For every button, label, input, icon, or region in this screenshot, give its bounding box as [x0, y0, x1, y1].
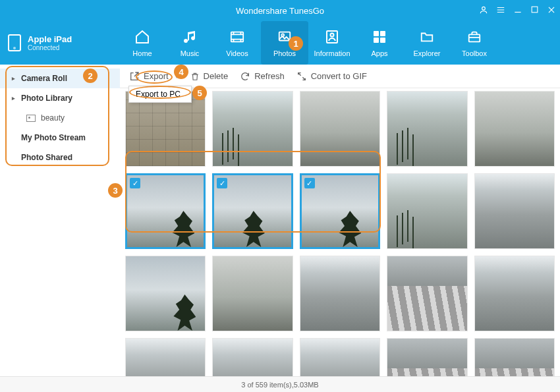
sidebar-label: My Photo Stream: [21, 133, 86, 142]
checkmark-icon: ✓: [217, 178, 227, 188]
caret-icon: ▸: [12, 75, 16, 82]
nav-tabs: Home Music Videos Photos Information App…: [119, 21, 498, 65]
sidebar-item-beauty[interactable]: beauty: [0, 108, 120, 128]
svg-point-6: [331, 34, 334, 37]
photo-thumb[interactable]: [474, 338, 555, 376]
tab-music[interactable]: Music: [166, 21, 213, 65]
tab-information[interactable]: Information: [308, 21, 356, 65]
sidebar: ▸ Camera Roll ▸ Photo Library beauty My …: [0, 65, 120, 376]
navbar: Apple iPad Connected Home Music Videos P…: [0, 21, 560, 65]
tab-apps[interactable]: Apps: [356, 21, 403, 65]
photo-thumb[interactable]: [387, 256, 467, 331]
sidebar-label: Photo Shared: [21, 153, 72, 162]
device-status: Connected: [28, 44, 72, 51]
svg-rect-9: [374, 38, 379, 43]
callout-5: 5: [192, 86, 207, 100]
refresh-button[interactable]: Refresh: [240, 71, 285, 82]
titlebar: Wondershare TunesGo: [0, 0, 560, 21]
svg-rect-1: [532, 7, 538, 13]
photo-thumb[interactable]: [212, 256, 293, 331]
tablet-icon: [8, 34, 21, 51]
content-area: Export ▾ Delete Refresh Convert to GIF: [120, 65, 560, 376]
music-icon: [180, 28, 200, 45]
tab-home-label: Home: [132, 49, 152, 57]
checkmark-icon: ✓: [304, 178, 315, 188]
toolbox-icon: [464, 28, 484, 45]
video-icon: [227, 28, 247, 45]
window-controls: [479, 0, 556, 21]
tab-explorer-label: Explorer: [414, 49, 441, 57]
photo-thumb[interactable]: [212, 91, 293, 167]
photo-thumb[interactable]: [212, 338, 293, 376]
tab-information-label: Information: [314, 49, 350, 57]
photo-thumb[interactable]: [474, 256, 555, 331]
svg-rect-8: [380, 31, 385, 36]
tab-toolbox[interactable]: Toolbox: [451, 21, 498, 65]
sidebar-item-photo-library[interactable]: ▸ Photo Library: [0, 88, 120, 108]
sidebar-label: Camera Roll: [21, 74, 67, 83]
convert-gif-button[interactable]: Convert to GIF: [296, 71, 367, 82]
tab-explorer[interactable]: Explorer: [403, 21, 451, 65]
folder-icon: [417, 28, 437, 45]
home-icon: [132, 28, 152, 45]
contact-icon: [322, 28, 342, 45]
menu-icon[interactable]: [496, 5, 505, 16]
sidebar-item-my-photo-stream[interactable]: My Photo Stream: [0, 128, 120, 148]
refresh-label: Refresh: [254, 71, 285, 81]
export-to-pc-item[interactable]: Export to PC: [129, 86, 191, 102]
export-menu: Export to PC: [128, 86, 192, 103]
photo-grid[interactable]: ✓ ✓ ✓: [120, 88, 560, 376]
caret-icon: ▸: [12, 95, 16, 101]
callout-3: 3: [108, 183, 123, 198]
photo-thumb[interactable]: [125, 338, 206, 376]
checkmark-icon: ✓: [130, 178, 140, 188]
app-title: Wondershare TunesGo: [236, 6, 324, 16]
status-bar: 3 of 559 item(s),5.03MB: [0, 376, 560, 392]
sidebar-label: beauty: [41, 113, 65, 123]
photo-thumb-selected[interactable]: ✓: [300, 173, 380, 249]
svg-rect-11: [469, 34, 480, 42]
svg-rect-7: [374, 31, 379, 36]
callout-2: 2: [83, 69, 98, 83]
photo-thumb[interactable]: [474, 91, 555, 167]
sidebar-item-photo-shared[interactable]: Photo Shared: [0, 148, 120, 167]
tab-photos-label: Photos: [273, 49, 296, 57]
photo-thumb[interactable]: [125, 256, 206, 331]
export-button[interactable]: Export ▾: [129, 71, 179, 82]
tab-apps-label: Apps: [371, 49, 387, 57]
photo-thumb[interactable]: [387, 173, 467, 249]
apps-icon: [370, 28, 389, 45]
sidebar-label: Photo Library: [21, 94, 72, 103]
minimize-button[interactable]: [513, 5, 522, 16]
photo-thumb[interactable]: [387, 91, 467, 167]
photo-thumb[interactable]: [300, 256, 380, 331]
photo-thumb-selected[interactable]: ✓: [212, 173, 293, 249]
album-icon: [26, 115, 36, 122]
photo-thumb-selected[interactable]: ✓: [125, 173, 206, 249]
convert-label: Convert to GIF: [311, 71, 367, 81]
status-text: 3 of 559 item(s),5.03MB: [241, 381, 318, 389]
device-name: Apple iPad: [28, 34, 72, 44]
callout-4: 4: [174, 65, 188, 79]
tab-home[interactable]: Home: [119, 21, 166, 65]
user-icon[interactable]: [479, 5, 488, 16]
sidebar-item-camera-roll[interactable]: ▸ Camera Roll: [0, 69, 120, 88]
tab-toolbox-label: Toolbox: [462, 49, 487, 57]
svg-rect-10: [380, 38, 385, 43]
photo-thumb[interactable]: [300, 91, 380, 167]
tab-music-label: Music: [181, 49, 200, 57]
export-label: Export: [144, 71, 169, 81]
callout-1: 1: [289, 36, 303, 51]
tab-videos-label: Videos: [226, 49, 248, 57]
delete-button[interactable]: Delete: [190, 71, 229, 82]
close-button[interactable]: [547, 5, 556, 16]
photo-thumb[interactable]: [474, 173, 555, 249]
tab-videos[interactable]: Videos: [213, 21, 261, 65]
delete-label: Delete: [204, 71, 229, 81]
photo-thumb[interactable]: [300, 338, 380, 376]
photo-thumb[interactable]: [387, 338, 467, 376]
device-info[interactable]: Apple iPad Connected: [8, 34, 119, 51]
svg-point-0: [482, 7, 486, 10]
maximize-button[interactable]: [530, 5, 539, 16]
